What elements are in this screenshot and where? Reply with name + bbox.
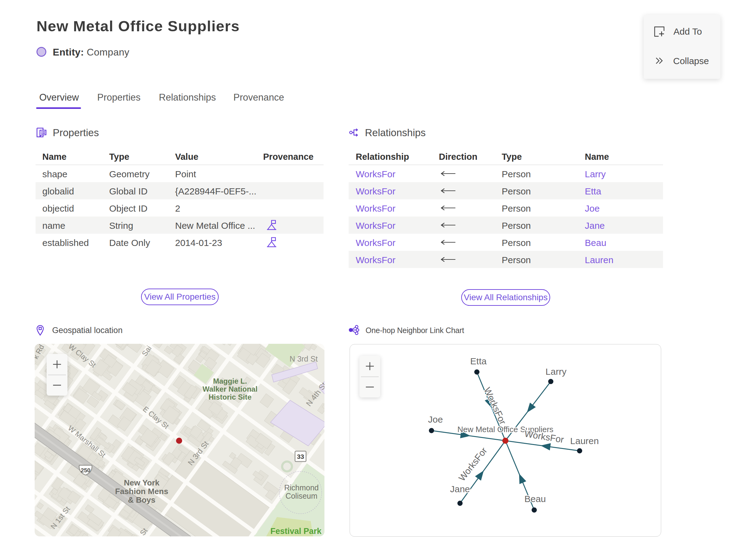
svg-text:Historic Site: Historic Site — [209, 393, 251, 401]
svg-text:Coliseum: Coliseum — [286, 492, 317, 500]
svg-text:WorksFor: WorksFor — [457, 445, 489, 483]
svg-text:250: 250 — [81, 467, 90, 474]
svg-text:New York: New York — [124, 478, 160, 487]
svg-text:Walker National: Walker National — [202, 385, 257, 393]
svg-text:WorksFor: WorksFor — [482, 386, 508, 426]
svg-text:Richmond: Richmond — [284, 483, 319, 492]
svg-text:Beau: Beau — [524, 494, 546, 504]
svg-text:Joe: Joe — [428, 414, 443, 424]
svg-text:Etta: Etta — [470, 356, 487, 366]
svg-text:& Boys: & Boys — [128, 495, 155, 504]
svg-text:33: 33 — [297, 453, 304, 460]
svg-text:Jane: Jane — [450, 484, 470, 494]
svg-text:Larry: Larry — [546, 366, 566, 377]
svg-text:Maggie L.: Maggie L. — [213, 377, 247, 385]
svg-text:Lauren: Lauren — [570, 436, 599, 446]
svg-text:Festival Park: Festival Park — [270, 527, 322, 536]
svg-text:Fashion Mens: Fashion Mens — [115, 487, 168, 496]
svg-text:N 3rd St: N 3rd St — [289, 355, 318, 363]
